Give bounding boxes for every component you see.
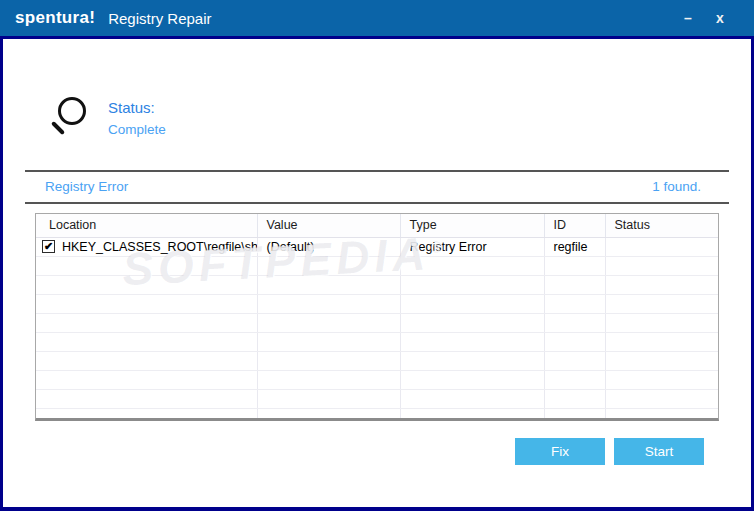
empty-table-row [36,313,718,332]
divider-bottom [25,202,729,204]
type-cell: Registry Error [400,237,544,256]
value-cell: (Default) [257,237,400,256]
location-cell: ✔ HKEY_CLASSES_ROOT\regfile\sh... [36,237,257,256]
result-category-label: Registry Error [45,179,128,194]
fix-button[interactable]: Fix [515,438,605,465]
window-border-bottom [0,507,754,511]
empty-table-row [36,370,718,389]
column-header-status[interactable]: Status [605,214,718,237]
table-row-registry-error[interactable]: ✔ HKEY_CLASSES_ROOT\regfile\sh... (Defau… [36,237,718,256]
table-header-row: Location Value Type ID Status [36,214,718,237]
status-label: Status: [108,99,155,116]
titlebar: spentura! Registry Repair – x [0,0,754,39]
id-cell: regfile [544,237,605,256]
empty-table-row [36,389,718,408]
app-logo: spentura! [15,8,95,28]
empty-table-row [36,275,718,294]
column-header-id[interactable]: ID [544,214,605,237]
empty-table-row [36,256,718,275]
start-button[interactable]: Start [614,438,704,465]
column-header-location[interactable]: Location [36,214,257,237]
app-title: Registry Repair [108,10,211,27]
location-text: HKEY_CLASSES_ROOT\regfile\sh... [62,240,257,254]
empty-table-row [36,351,718,370]
minimize-button[interactable]: – [680,10,696,26]
window-controls: – x [680,0,728,36]
empty-table-row [36,332,718,351]
window-border-left [0,39,3,511]
column-header-type[interactable]: Type [400,214,544,237]
magnifier-handle [51,121,65,135]
status-cell [605,237,718,256]
empty-table-row [36,408,718,418]
magnifier-lens [58,97,86,125]
registry-repair-window: spentura! Registry Repair – x Status: Co… [0,0,754,511]
magnifier-icon [50,97,90,141]
row-checkbox[interactable]: ✔ [42,240,55,253]
column-header-value[interactable]: Value [257,214,400,237]
close-button[interactable]: x [712,10,728,26]
divider-top [25,170,729,172]
results-table: Location Value Type ID Status ✔ HKEY_CLA… [35,213,719,421]
status-value: Complete [108,122,166,137]
found-count-label: 1 found. [500,179,701,194]
empty-table-row [36,294,718,313]
